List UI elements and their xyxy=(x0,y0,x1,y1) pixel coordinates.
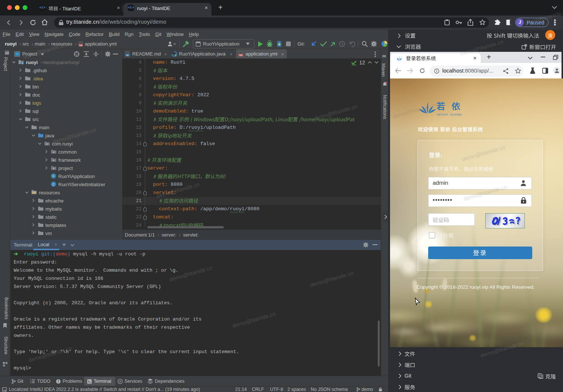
svg-text:YML: YML xyxy=(239,54,243,56)
svg-text:MD: MD xyxy=(126,54,129,56)
svg-text:YML: YML xyxy=(79,44,83,46)
svg-text:C: C xyxy=(52,182,55,186)
